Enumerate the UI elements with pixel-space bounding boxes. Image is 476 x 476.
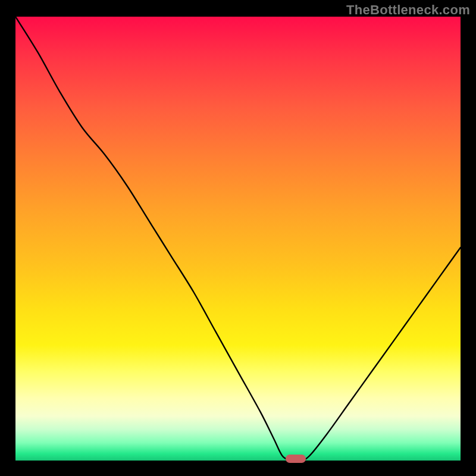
chart-frame: TheBottleneck.com xyxy=(0,0,476,476)
bottleneck-curve xyxy=(15,17,461,461)
curve-path xyxy=(15,17,461,461)
plot-area xyxy=(15,17,461,461)
optimal-marker xyxy=(286,455,306,463)
attribution-text: TheBottleneck.com xyxy=(346,2,470,18)
